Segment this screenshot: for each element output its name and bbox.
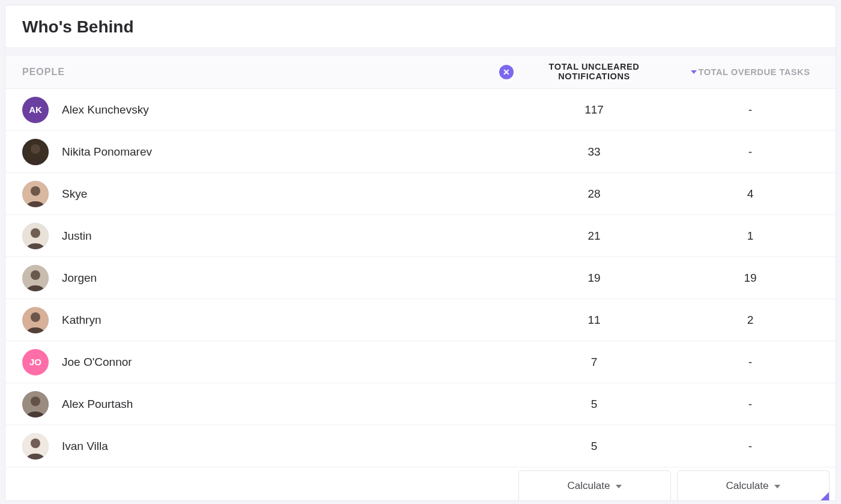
person-name: Skye	[62, 187, 87, 201]
avatar[interactable]	[22, 307, 49, 333]
svg-point-2	[31, 144, 40, 154]
table-row[interactable]: JOJoe O'Connor7-	[5, 341, 836, 383]
person-cell: JOJoe O'Connor	[22, 349, 516, 375]
overdue-cell: 4	[672, 187, 828, 201]
notifications-cell: 11	[516, 314, 672, 327]
column-header-overdue-label: TOTAL OVERDUE TASKS	[699, 67, 810, 77]
person-cell: Justin	[22, 223, 516, 249]
person-name: Kathryn	[62, 314, 101, 327]
table-row[interactable]: Nikita Ponomarev33-	[5, 131, 836, 173]
panel-title: Who's Behind	[5, 5, 836, 48]
svg-point-20	[31, 439, 40, 448]
table-row[interactable]: Jorgen1919	[5, 257, 836, 299]
overdue-cell: 2	[672, 314, 828, 327]
svg-point-5	[31, 186, 40, 196]
overdue-cell: 19	[672, 272, 828, 285]
clear-column-icon[interactable]: ✕	[499, 65, 514, 79]
person-name: Jorgen	[62, 272, 97, 285]
overdue-cell: -	[672, 356, 828, 369]
svg-point-11	[31, 270, 40, 280]
person-name: Ivan Villa	[62, 440, 108, 453]
whos-behind-panel: Who's Behind PEOPLE ✕ TOTAL UNCLEARED NO…	[5, 5, 836, 501]
notifications-cell: 7	[516, 356, 672, 369]
sort-desc-icon	[691, 70, 697, 74]
column-header-notifications[interactable]: ✕ TOTAL UNCLEARED NOTIFICATIONS	[516, 62, 672, 82]
avatar[interactable]	[22, 181, 49, 207]
person-name: Joe O'Connor	[62, 356, 132, 369]
table-row[interactable]: Alex Pourtash5-	[5, 383, 836, 425]
column-header-overdue[interactable]: TOTAL OVERDUE TASKS	[672, 67, 828, 77]
avatar[interactable]	[22, 265, 49, 291]
table-body: AKAlex Kunchevsky117- Nikita Ponomarev33…	[5, 89, 836, 500]
notifications-cell: 5	[516, 398, 672, 411]
chevron-down-icon	[616, 485, 622, 488]
calculate-label: Calculate	[568, 480, 610, 492]
avatar[interactable]	[22, 223, 49, 249]
person-cell: Alex Pourtash	[22, 391, 516, 417]
svg-point-17	[31, 396, 40, 406]
person-cell: Ivan Villa	[22, 433, 516, 460]
overdue-cell: -	[672, 398, 828, 411]
person-cell: Kathryn	[22, 307, 516, 333]
column-header-people[interactable]: PEOPLE	[22, 67, 516, 77]
table-row[interactable]: Kathryn112	[5, 299, 836, 341]
notifications-cell: 21	[516, 229, 672, 243]
person-name: Justin	[62, 229, 92, 243]
table-row[interactable]: Skye284	[5, 173, 836, 215]
person-cell: Nikita Ponomarev	[22, 139, 516, 165]
header-spacer	[5, 48, 836, 55]
overdue-cell: -	[672, 145, 828, 159]
calculate-label: Calculate	[726, 480, 769, 492]
chevron-down-icon	[774, 485, 780, 488]
avatar[interactable]: AK	[22, 97, 49, 123]
table-row[interactable]: Justin211	[5, 215, 836, 257]
table-footer: Calculate Calculate	[518, 470, 836, 500]
person-cell: AKAlex Kunchevsky	[22, 97, 516, 123]
avatar[interactable]	[22, 139, 49, 165]
person-cell: Skye	[22, 181, 516, 207]
notifications-cell: 19	[516, 272, 672, 285]
person-cell: Jorgen	[22, 265, 516, 291]
overdue-cell: -	[672, 103, 828, 117]
overdue-cell: 1	[672, 229, 828, 243]
avatar[interactable]	[22, 433, 49, 460]
overdue-cell: -	[672, 440, 828, 453]
person-name: Alex Pourtash	[62, 398, 133, 411]
table-row[interactable]: AKAlex Kunchevsky117-	[5, 89, 836, 131]
notifications-cell: 33	[516, 145, 672, 159]
calculate-overdue-button[interactable]: Calculate	[677, 470, 830, 500]
avatar[interactable]	[22, 391, 49, 417]
notifications-cell: 5	[516, 440, 672, 453]
calculate-notifications-button[interactable]: Calculate	[518, 470, 671, 500]
svg-point-14	[31, 312, 40, 322]
person-name: Nikita Ponomarev	[62, 145, 152, 159]
notifications-cell: 117	[516, 103, 672, 117]
column-header-notifications-label: TOTAL UNCLEARED NOTIFICATIONS	[516, 62, 672, 82]
person-name: Alex Kunchevsky	[62, 103, 149, 117]
notifications-cell: 28	[516, 187, 672, 201]
table-row[interactable]: Ivan Villa5-	[5, 425, 836, 467]
table-header: PEOPLE ✕ TOTAL UNCLEARED NOTIFICATIONS T…	[5, 55, 836, 89]
avatar[interactable]: JO	[22, 349, 49, 375]
svg-point-8	[31, 228, 40, 238]
